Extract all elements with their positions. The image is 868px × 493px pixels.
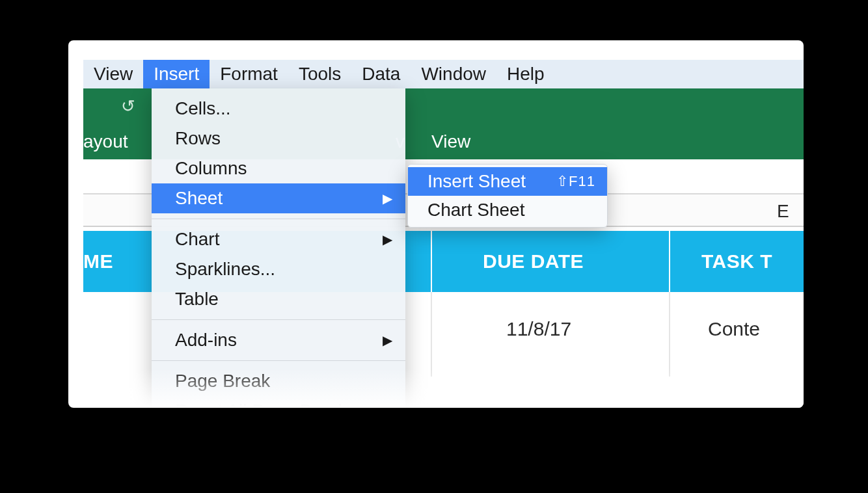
- ribbon-tab-layout-fragment[interactable]: ayout: [83, 131, 128, 152]
- undo-icon[interactable]: ↺: [121, 98, 138, 114]
- submenu-arrow-icon: ▶: [383, 332, 392, 348]
- submenu-arrow-icon: ▶: [383, 191, 392, 206]
- column-divider: [431, 231, 432, 292]
- menu-item-label: Columns: [175, 158, 247, 179]
- menu-label: Tools: [299, 64, 341, 85]
- cell-task-fragment[interactable]: Conte: [708, 318, 760, 340]
- insert-dropdown-menu: Cells... Rows Columns Sheet ▶ Chart ▶ Sp…: [152, 88, 405, 408]
- menu-item-label: Reset All Page Breaks: [175, 401, 357, 408]
- menu-item-addins[interactable]: Add-ins ▶: [152, 325, 405, 355]
- menu-label: Window: [421, 64, 486, 85]
- menu-data[interactable]: Data: [351, 60, 411, 88]
- cell-due-date[interactable]: 11/8/17: [506, 318, 571, 340]
- menu-item-table[interactable]: Table: [152, 284, 405, 314]
- ribbon-tab-view[interactable]: View: [431, 131, 470, 152]
- menu-item-reset-page-breaks: Reset All Page Breaks: [152, 396, 405, 408]
- submenu-item-chart-sheet[interactable]: Chart Sheet: [408, 196, 607, 224]
- menu-item-label: Table: [175, 289, 219, 310]
- menu-item-rows[interactable]: Rows: [152, 124, 405, 153]
- table-header-due: DUE DATE: [483, 250, 584, 273]
- menu-window[interactable]: Window: [411, 60, 496, 88]
- submenu-arrow-icon: ▶: [383, 232, 392, 247]
- menu-item-chart[interactable]: Chart ▶: [152, 224, 405, 254]
- submenu-item-label: Insert Sheet: [427, 171, 526, 192]
- keyboard-shortcut: ⇧F11: [556, 173, 595, 190]
- screenshot-card: View Insert Format Tools Data Window Hel…: [68, 40, 804, 408]
- menu-item-label: Chart: [175, 229, 219, 250]
- menu-label: Format: [220, 64, 278, 85]
- menu-label: Data: [362, 64, 400, 85]
- menu-divider: [152, 360, 405, 361]
- menu-tools[interactable]: Tools: [288, 60, 351, 88]
- menu-insert[interactable]: Insert: [143, 60, 210, 88]
- menu-label: Help: [507, 64, 545, 85]
- menu-item-label: Sheet: [175, 188, 223, 209]
- menu-label: View: [94, 64, 133, 85]
- submenu-item-insert-sheet[interactable]: Insert Sheet ⇧F11: [408, 167, 607, 196]
- menu-item-label: Page Break: [175, 371, 270, 392]
- menu-item-label: Rows: [175, 128, 221, 149]
- menu-item-sparklines[interactable]: Sparklines...: [152, 254, 405, 284]
- app-viewport: View Insert Format Tools Data Window Hel…: [83, 60, 804, 408]
- menu-item-label: Cells...: [175, 98, 231, 119]
- menu-item-cells[interactable]: Cells...: [152, 94, 405, 124]
- submenu-item-label: Chart Sheet: [427, 200, 524, 220]
- cell-divider: [669, 292, 670, 377]
- table-header-task-fragment: TASK T: [701, 250, 772, 273]
- menu-help[interactable]: Help: [496, 60, 555, 88]
- menu-divider: [152, 219, 405, 219]
- menu-format[interactable]: Format: [210, 60, 288, 88]
- menu-item-label: Add-ins: [175, 330, 237, 351]
- menu-label: Insert: [154, 64, 199, 85]
- menu-item-sheet[interactable]: Sheet ▶: [152, 183, 405, 213]
- menu-view[interactable]: View: [83, 60, 143, 88]
- menubar: View Insert Format Tools Data Window Hel…: [83, 60, 804, 88]
- sheet-submenu: Insert Sheet ⇧F11 Chart Sheet: [407, 164, 608, 228]
- menu-item-label: Sparklines...: [175, 259, 275, 280]
- menu-divider: [152, 319, 405, 320]
- column-divider: [669, 231, 670, 292]
- menu-item-page-break[interactable]: Page Break: [152, 366, 405, 396]
- table-header-name-fragment: ME: [83, 250, 113, 273]
- column-header-e[interactable]: E: [777, 201, 789, 222]
- cell-divider: [431, 292, 432, 377]
- menu-item-columns[interactable]: Columns: [152, 153, 405, 183]
